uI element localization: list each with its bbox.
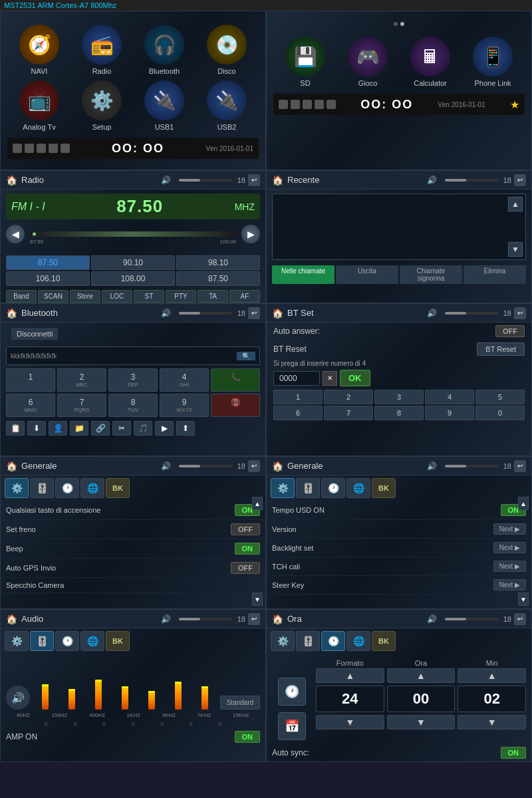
- btset-num-8[interactable]: 8: [374, 406, 424, 420]
- settings-tab-eq[interactable]: 🎚️: [30, 478, 54, 498]
- radio-back-btn[interactable]: ↩: [248, 174, 260, 186]
- settings-tab-globe[interactable]: 🌐: [80, 478, 104, 498]
- pin-ok-btn[interactable]: OK: [340, 370, 370, 386]
- preset-btn-5[interactable]: 108.00: [91, 271, 175, 286]
- btset-num-0[interactable]: 0: [475, 406, 525, 420]
- eq-bar-3[interactable]: [112, 663, 137, 710]
- btset-num-9[interactable]: 9: [425, 406, 474, 420]
- scroll-down-gen1[interactable]: ▼: [252, 593, 263, 606]
- tab-uscita[interactable]: Uscita: [336, 265, 398, 284]
- eq-bar-5[interactable]: [166, 663, 191, 710]
- radio-volume-slider[interactable]: [179, 179, 232, 182]
- pin-input-field[interactable]: 0000: [273, 371, 320, 386]
- tab-elimina[interactable]: Elimina: [464, 265, 526, 284]
- btset-num-4[interactable]: 4: [425, 390, 474, 404]
- home-icon2-gioco[interactable]: 🎮Gioco: [339, 37, 396, 87]
- freq-slider[interactable]: 87.50 108.00: [29, 231, 237, 237]
- af-btn[interactable]: AF: [229, 290, 260, 303]
- eq-bar-4[interactable]: [140, 663, 164, 710]
- bt-action-6[interactable]: ✂: [112, 421, 131, 436]
- preset-btn-1[interactable]: 87.50: [6, 255, 90, 270]
- numpad-call[interactable]: 📞: [211, 368, 260, 392]
- ora-tab-clock[interactable]: 🕐: [321, 631, 345, 651]
- bt-volume-slider[interactable]: [179, 312, 232, 315]
- gen2-back-btn[interactable]: ↩: [514, 460, 526, 472]
- btset-num-7[interactable]: 7: [324, 406, 373, 420]
- home-icon-btset[interactable]: 🏠: [272, 308, 283, 319]
- bt-action-3[interactable]: 👤: [49, 421, 67, 436]
- band-btn[interactable]: Band: [6, 290, 37, 303]
- eq-bar-6[interactable]: [193, 663, 217, 710]
- ta-btn[interactable]: TA: [198, 290, 228, 303]
- ora-up-btn[interactable]: ▲: [387, 668, 456, 683]
- ora-tab-eq[interactable]: 🎚️: [296, 631, 320, 651]
- settings-tab-clock[interactable]: 🕐: [55, 478, 79, 498]
- audio-tab-clock[interactable]: 🕐: [55, 631, 79, 651]
- scroll-up-btn[interactable]: ▲: [508, 197, 523, 211]
- settings-tab-globe-2[interactable]: 🌐: [346, 478, 370, 498]
- home-icon-bt[interactable]: 🏠: [6, 308, 17, 319]
- bt-action-2[interactable]: ⬇: [27, 421, 46, 436]
- btset-num-2[interactable]: 2: [324, 390, 373, 404]
- audio-tab-gear[interactable]: ⚙️: [5, 631, 29, 651]
- scroll-down-btn[interactable]: ▼: [508, 242, 523, 257]
- btset-num-1[interactable]: 1: [273, 390, 323, 404]
- preset-btn-3[interactable]: 98.10: [176, 255, 260, 270]
- home-icon-ora[interactable]: 🏠: [272, 614, 283, 624]
- btset-back-btn[interactable]: ↩: [514, 307, 526, 319]
- bt-reset-btn[interactable]: BT Reset: [477, 342, 525, 356]
- bt-search-btn[interactable]: 🔍: [237, 352, 255, 360]
- home-icon-navi[interactable]: 🧭NAVI: [11, 25, 68, 75]
- settings-tab-bk-2[interactable]: BK: [372, 478, 396, 498]
- btset-num-3[interactable]: 3: [374, 390, 424, 404]
- bt-action-5[interactable]: 🔗: [91, 421, 110, 436]
- min-down-btn[interactable]: ▼: [458, 715, 526, 730]
- bt-action-4[interactable]: 📁: [70, 421, 88, 436]
- settings-tab-gear[interactable]: ⚙️: [5, 478, 29, 498]
- numpad-4[interactable]: 4GHI: [160, 368, 209, 392]
- eq-volume-icon[interactable]: 🔊: [6, 686, 30, 710]
- preset-btn-2[interactable]: 90.10: [91, 255, 175, 270]
- home-icon-usb1[interactable]: 🔌USB1: [136, 80, 193, 131]
- numpad-7[interactable]: 7PQRS: [57, 394, 106, 417]
- recente-back-btn[interactable]: ↩: [514, 174, 526, 186]
- numpad-6[interactable]: 6MNO: [6, 394, 55, 417]
- standard-preset-btn[interactable]: Standard: [220, 696, 260, 710]
- eq-bar-1[interactable]: [59, 663, 84, 710]
- home-icon-usb2[interactable]: 🔌USB2: [198, 80, 255, 131]
- ora-tab-globe[interactable]: 🌐: [346, 631, 370, 651]
- home-icon-audio[interactable]: 🏠: [6, 614, 17, 624]
- home-icon2-sd[interactable]: 💾SD: [277, 37, 334, 87]
- home-icon-radio[interactable]: 📻Radio: [73, 25, 130, 75]
- scan-btn[interactable]: SCAN: [38, 290, 68, 303]
- amp-toggle[interactable]: ON: [235, 731, 261, 743]
- numpad-8[interactable]: 8TUV: [108, 394, 158, 417]
- eq-bar-0[interactable]: [33, 663, 57, 710]
- bt-disconnect-btn[interactable]: Disconnetti: [11, 328, 58, 340]
- audio-volume-slider[interactable]: [179, 618, 232, 620]
- home-icon2-calculator[interactable]: 🖩Calculator: [402, 37, 459, 87]
- eq-bar-2[interactable]: [86, 663, 110, 710]
- home-icon-gen1[interactable]: 🏠: [6, 461, 17, 471]
- ora-down-btn[interactable]: ▼: [387, 715, 456, 730]
- home-icon-setup[interactable]: ⚙️Setup: [73, 80, 130, 131]
- home-icon-disco[interactable]: 💿Disco: [198, 25, 255, 75]
- auto-answer-toggle[interactable]: OFF: [495, 325, 525, 337]
- home-icon-recente[interactable]: 🏠: [272, 175, 283, 186]
- numpad-3[interactable]: 3DEF: [108, 368, 158, 392]
- tab-chiamate-signorina[interactable]: Chiamate signorina: [400, 265, 462, 284]
- auto-sync-toggle[interactable]: ON: [501, 747, 527, 759]
- preset-btn-4[interactable]: 106.10: [6, 271, 90, 286]
- settings-tab-bk[interactable]: BK: [106, 478, 130, 498]
- ora-tab-gear[interactable]: ⚙️: [271, 631, 295, 651]
- preset-btn-6[interactable]: 87.50: [176, 271, 260, 286]
- st-btn[interactable]: ST: [134, 290, 164, 303]
- home-icon-bluetooth[interactable]: 🎧Bluetooth: [136, 25, 193, 75]
- scroll-up-gen1[interactable]: ▲: [252, 497, 263, 510]
- bt-action-7[interactable]: 🎵: [134, 421, 152, 436]
- ora-tab-bk[interactable]: BK: [372, 631, 396, 651]
- btset-num-6[interactable]: 6: [273, 406, 323, 420]
- min-up-btn[interactable]: ▲: [458, 668, 526, 683]
- store-btn[interactable]: Store: [70, 290, 100, 303]
- numpad-9[interactable]: 9WXYZ: [160, 394, 209, 417]
